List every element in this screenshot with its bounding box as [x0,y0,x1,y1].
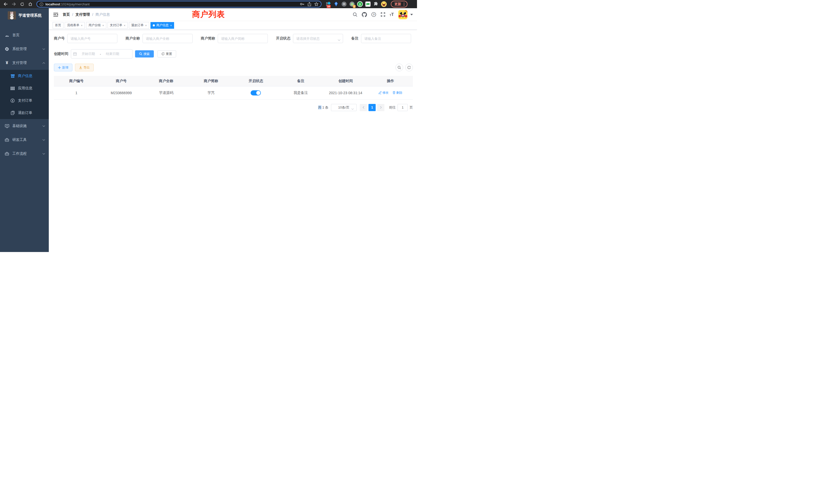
close-icon[interactable]: × [170,24,172,27]
bookmark-star-icon[interactable] [314,2,319,6]
grid-icon [10,87,15,90]
create-time-label: 创建时间 [54,51,68,56]
breadcrumb-payment[interactable]: 支付管理 [75,12,90,17]
avatar-caret-icon[interactable] [410,14,413,16]
extension-command-icon[interactable]: ⌘ [341,1,347,7]
extension-gem-icon[interactable] [333,1,339,7]
reset-button[interactable]: 重置 [157,50,176,58]
red-annotation-title: 商户列表 [192,9,225,20]
close-icon[interactable]: × [145,24,147,27]
breadcrumb-current: 商户信息 [95,12,110,17]
goto-page-input[interactable] [397,104,408,111]
col-actions: 操作 [368,76,413,86]
chevron-down-icon [42,125,45,127]
top-navbar: 首页 / 支付管理 / 商户信息 ? TT [49,8,417,21]
sidebar-item-refund-order[interactable]: 退款订单 [0,107,49,119]
sidebar-item-infrastructure[interactable]: 基础设施 [0,119,49,133]
sidebar-item-label: 退款订单 [18,111,32,115]
end-date-placeholder[interactable]: 结束日期 [103,51,123,56]
export-button[interactable]: 导出 [75,64,94,71]
tab-home[interactable]: 首页 [53,22,63,29]
close-icon[interactable]: × [124,24,125,27]
chevron-down-icon [338,38,341,42]
tab-refund-order[interactable]: 退款订单× [129,22,149,29]
tab-merchant-info[interactable]: 商户信息× [151,22,174,29]
remark-input[interactable] [361,34,411,43]
close-icon[interactable]: × [102,24,104,27]
site-info-icon[interactable] [40,2,43,6]
sidebar-item-dev-tools[interactable]: 研发工具 [0,133,49,147]
delete-link[interactable]: 删除 [393,91,402,95]
svg-text:?: ? [373,13,375,16]
tab-pay-order[interactable]: 支付订单× [108,22,128,29]
create-time-range-picker[interactable]: 开始日期 - 结束日期 [71,49,132,59]
browser-forward-button[interactable] [10,1,18,8]
share-icon[interactable] [308,2,311,6]
extensions-row: 10 ⌘ 1 y 更新 [325,1,408,7]
status-select-input[interactable] [293,34,343,43]
help-icon[interactable]: ? [371,12,376,17]
app-logo-row[interactable]: 芋道管理系统 [0,8,49,23]
font-size-icon[interactable]: TT [390,12,394,17]
status-toggle-on[interactable] [250,90,261,95]
breadcrumb-home[interactable]: 首页 [63,12,70,17]
prev-page-button[interactable] [360,104,367,111]
sidebar-fold-icon[interactable] [53,12,59,18]
full-name-label: 商户全称 [126,36,140,41]
sidebar-item-label: 基础设施 [12,124,42,128]
extension-badge: 1 [353,5,356,8]
close-icon[interactable]: × [81,24,83,27]
sidebar-item-merchant-info[interactable]: 商户信息 [0,70,49,82]
browser-home-button[interactable] [27,1,34,8]
tab-user-group[interactable]: 用户分组× [86,22,106,29]
app-logo-rabbit [8,11,16,20]
profile-emoji-avatar[interactable] [381,1,387,7]
chevron-right-icon [380,106,382,109]
sidebar-menu: 首页 系统管理 ¥ 支付管理 商户信息 应用信息 [0,28,49,161]
tab-process-form[interactable]: 流程表单× [65,22,85,29]
full-name-input[interactable] [142,34,193,43]
edit-link[interactable]: 修改 [378,91,389,95]
page-number-1[interactable]: 1 [369,104,376,111]
browser-menu-icon[interactable] [404,3,404,6]
sidebar-item-payment[interactable]: ¥ 支付管理 [0,56,49,70]
address-bar[interactable]: localhost:1024/pay/merchant [37,1,322,7]
search-button[interactable]: 搜索 [135,50,154,58]
github-icon[interactable] [362,12,367,17]
extension-recorder-icon[interactable]: 1 [349,1,355,7]
sidebar-item-system[interactable]: 系统管理 [0,42,49,56]
extension-chat-icon[interactable] [365,1,371,7]
browser-update-button[interactable]: 更新 [391,1,408,7]
col-remark: 备注 [278,76,323,86]
add-button[interactable]: 新增 [54,64,72,71]
col-create-time: 创建时间 [323,76,368,86]
sidebar-item-pay-order[interactable]: 支付订单 [0,94,49,107]
sidebar-item-app-info[interactable]: 应用信息 [0,82,49,94]
merchant-no-input[interactable] [67,34,117,43]
extension-grid-diamond-icon[interactable]: 10 [325,1,331,7]
shop-icon [10,74,15,78]
refresh-table-button[interactable] [405,64,413,71]
col-full-name: 商户全称 [144,76,189,86]
cell-full-name: 芋道源码 [144,86,189,99]
sidebar-item-label: 应用信息 [18,86,32,91]
password-key-icon[interactable] [300,2,305,6]
extension-y-icon[interactable]: y [357,1,363,7]
status-select[interactable] [293,34,343,43]
page-size-select[interactable]: 10条/页 [331,104,357,111]
toggle-search-button[interactable] [395,64,403,71]
sidebar-item-label: 支付管理 [12,61,42,65]
short-name-input[interactable] [218,34,268,43]
sidebar-item-workflow[interactable]: 工作流程 [0,147,49,161]
browser-reload-button[interactable] [19,1,26,8]
fullscreen-icon[interactable] [380,12,386,17]
refresh-icon [161,52,164,55]
next-page-button[interactable] [377,104,385,111]
header-search-icon[interactable] [353,12,357,17]
browser-back-button[interactable] [2,1,9,8]
sidebar-item-home[interactable]: 首页 [0,28,49,42]
user-avatar[interactable] [398,10,408,19]
start-date-placeholder[interactable]: 开始日期 [78,51,98,56]
col-status: 开启状态 [234,76,278,86]
extensions-puzzle-icon[interactable] [373,1,379,7]
